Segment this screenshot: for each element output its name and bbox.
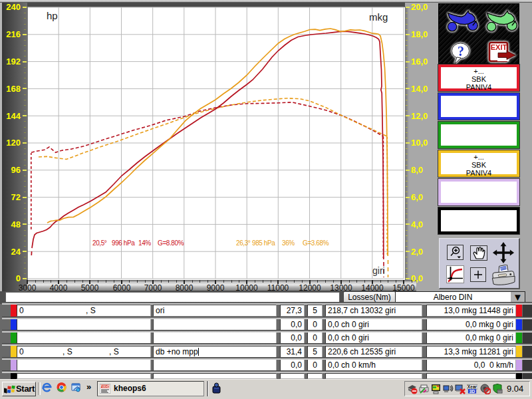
- svg-text:FiXHS: FiXHS: [100, 384, 110, 388]
- svg-text:EXIT: EXIT: [491, 43, 507, 51]
- svg-text:3D: 3D: [469, 389, 475, 394]
- svg-text:?: ?: [458, 44, 464, 59]
